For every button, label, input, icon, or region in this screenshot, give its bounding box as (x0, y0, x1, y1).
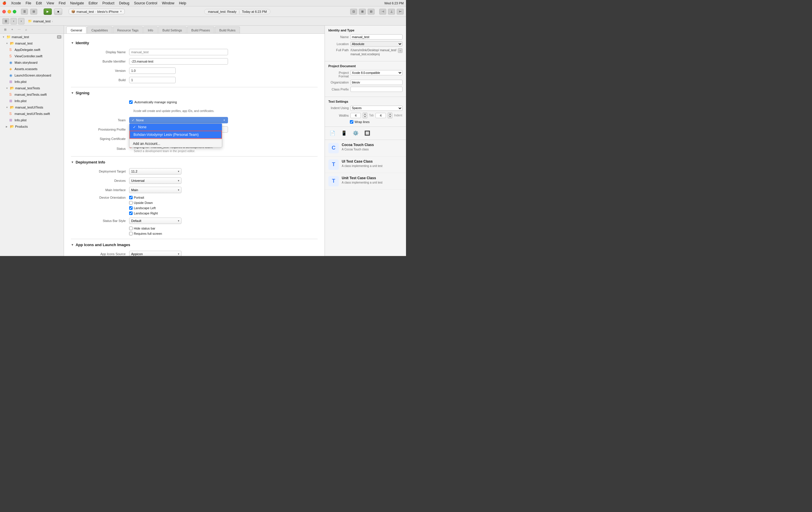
template-uitest[interactable]: T UI Test Case Class A class implementin… (325, 157, 406, 173)
team-option-personal[interactable]: Bohdan-Volodymyr Lesiv (Personal Team) (129, 131, 222, 139)
sidebar-add-btn[interactable]: + (9, 27, 15, 33)
signing-disclosure[interactable]: ▼ (71, 91, 74, 94)
devices-select[interactable]: Universal (129, 177, 181, 184)
minimize-button[interactable] (7, 10, 11, 13)
sidebar-item-info-plist[interactable]: ⊞ Info.plist (0, 79, 64, 85)
hierarchy-toggle[interactable]: ⊟ (30, 9, 37, 15)
indent-width-input[interactable] (375, 113, 386, 118)
sidebar-item-uitests-swift[interactable]: S manual_testUITests.swift (0, 111, 64, 117)
forward-button[interactable]: › (18, 18, 24, 24)
sidebar-filter-btn[interactable]: ⊞ (2, 27, 8, 33)
right-format-select[interactable]: Xcode 8.0-compatible (350, 70, 403, 75)
menu-editor[interactable]: Editor (89, 1, 98, 5)
build-input[interactable] (129, 77, 176, 83)
sidebar-options-btn[interactable]: ⋯ (16, 27, 22, 33)
zoom-button[interactable] (13, 10, 16, 13)
bundle-id-input[interactable] (129, 58, 228, 64)
team-option-none[interactable]: ✓ None (129, 124, 222, 131)
tab-width-input[interactable] (350, 113, 361, 118)
sidebar-item-launchscreen[interactable]: ◉ LaunchScreen.storyboard (0, 72, 64, 79)
ui-template-icon-btn[interactable]: 📱 (340, 129, 348, 137)
inspector-toggle[interactable]: ⊢ (397, 9, 404, 15)
menu-debug[interactable]: Debug (119, 1, 129, 5)
deployment-disclosure[interactable]: ▼ (71, 161, 74, 164)
apple-menu[interactable]: 🍎 (2, 1, 6, 5)
right-org-input[interactable] (350, 80, 403, 85)
sidebar-icon[interactable]: ☰ (2, 18, 9, 24)
scheme-selector[interactable]: 📦 manual_test › blesiv's iPhone ▼ (69, 9, 125, 14)
tab-resource-tags[interactable]: Resource Tags (113, 26, 143, 33)
menu-edit[interactable]: Edit (36, 1, 42, 5)
hide-status-bar-checkbox[interactable] (129, 227, 133, 230)
menu-view[interactable]: View (47, 1, 54, 5)
right-location-select[interactable]: Absolute (350, 41, 403, 47)
status-bar-style-select[interactable]: Default (129, 218, 181, 224)
back-button[interactable]: ‹ (10, 18, 17, 24)
tab-width-up[interactable]: ▲ (363, 113, 367, 115)
requires-fullscreen-checkbox[interactable] (129, 232, 133, 235)
object-template-icon-btn[interactable]: 🔲 (363, 129, 371, 137)
file-template-icon-btn[interactable]: 📄 (328, 129, 337, 137)
tab-build-phases[interactable]: Build Phases (187, 26, 214, 33)
tab-general[interactable]: General (66, 26, 86, 33)
right-indent-using-select[interactable]: Spaces (350, 106, 403, 111)
sidebar-group-uitests[interactable]: ▼ 📂 manual_testUITests (0, 104, 64, 111)
main-interface-select[interactable]: Main (129, 187, 181, 193)
wrap-lines-checkbox[interactable] (350, 120, 353, 124)
app-icons-disclosure[interactable]: ▼ (71, 243, 74, 247)
right-class-prefix-input[interactable] (350, 87, 403, 92)
breadcrumb-project[interactable]: manual_test (33, 20, 51, 23)
sidebar-toggle-left[interactable]: ☰ (21, 9, 28, 15)
menu-find[interactable]: Find (59, 1, 65, 5)
landscape-right-checkbox[interactable] (129, 211, 133, 215)
sidebar-search-btn[interactable]: ⌕ (23, 27, 29, 33)
indent-width-stepper[interactable]: ▲ ▼ (388, 113, 392, 118)
deployment-target-select[interactable]: 11.2 (129, 168, 181, 175)
template-unittest[interactable]: T Unit Test Case Class A class implement… (325, 173, 406, 190)
sidebar-item-tests-swift[interactable]: S manual_testTests.swift (0, 91, 64, 98)
portrait-checkbox[interactable] (129, 196, 133, 199)
template-cocoa-touch[interactable]: C Cocoa Touch Class A Cocoa Touch class (325, 140, 406, 157)
debug-toggle[interactable]: ⊥ (388, 9, 395, 15)
app-icons-source-select[interactable]: Appicon (129, 251, 181, 256)
tab-build-rules[interactable]: Build Rules (215, 26, 240, 33)
tab-build-settings[interactable]: Build Settings (158, 26, 186, 33)
sidebar-item-appdelegate[interactable]: S AppDelegate.swift (0, 47, 64, 53)
tab-capabilities[interactable]: Capabilities (87, 26, 112, 33)
auto-signing-checkbox[interactable] (129, 101, 133, 104)
editor-layout-version[interactable]: ⊟ (368, 9, 375, 15)
landscape-left-checkbox[interactable] (129, 206, 133, 210)
menu-xcode[interactable]: Xcode (11, 1, 21, 5)
menu-window[interactable]: Window (162, 1, 174, 5)
sidebar-item-project-root[interactable]: ▼ 📁 manual_test M (0, 34, 64, 40)
version-input[interactable] (129, 67, 176, 74)
menu-file[interactable]: File (26, 1, 31, 5)
team-option-add-account[interactable]: Add an Account... (129, 140, 222, 147)
navigator-toggle[interactable]: ⊣ (379, 9, 386, 15)
right-name-input[interactable] (350, 34, 403, 39)
stop-button[interactable]: ■ (54, 8, 62, 15)
indent-width-down[interactable]: ▼ (388, 115, 392, 118)
menu-product[interactable]: Product (103, 1, 114, 5)
sidebar-group-tests[interactable]: ▼ 📂 manual_testTests (0, 85, 64, 91)
sidebar-group-manual-test[interactable]: ▼ 📂 manual_test (0, 40, 64, 47)
menu-navigate[interactable]: Navigate (70, 1, 84, 5)
sidebar-item-viewcontroller[interactable]: S ViewController.swift (0, 53, 64, 59)
menu-source-control[interactable]: Source Control (134, 1, 157, 5)
run-button[interactable]: ▶ (44, 8, 52, 15)
upsidedown-checkbox[interactable] (129, 201, 133, 204)
tab-width-stepper[interactable]: ▲ ▼ (362, 113, 367, 118)
team-dropdown-trigger[interactable]: ✓ None ▼ (129, 117, 228, 123)
sidebar-item-uitests-plist[interactable]: ⊞ Info.plist (0, 117, 64, 123)
sidebar-item-main-storyboard[interactable]: ◉ Main.storyboard (0, 59, 64, 66)
editor-layout-assistant[interactable]: ⊞ (359, 9, 366, 15)
sidebar-item-tests-plist[interactable]: ⊞ Info.plist (0, 98, 64, 104)
indent-width-up[interactable]: ▲ (388, 113, 392, 115)
sidebar-group-products[interactable]: ▶ 📂 Products (0, 123, 64, 130)
sidebar-item-assets[interactable]: ◈ Assets.xcassets (0, 66, 64, 72)
editor-layout-standard[interactable]: ⊡ (350, 9, 357, 15)
close-button[interactable] (2, 10, 6, 13)
tab-info[interactable]: Info (143, 26, 157, 33)
menu-help[interactable]: Help (179, 1, 186, 5)
settings-template-icon-btn[interactable]: ⚙️ (352, 129, 360, 137)
